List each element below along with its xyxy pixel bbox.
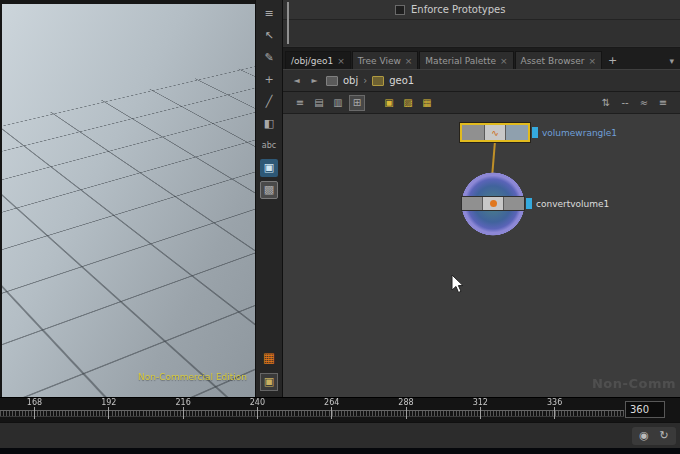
tab-asset-browser[interactable]: Asset Browser× [515, 51, 602, 69]
wrangle-icon: ∿ [485, 125, 506, 140]
node-body[interactable] [462, 197, 524, 210]
pane-tab-bar: /obj/geo1×Tree View×Material Palette×Ass… [283, 48, 680, 69]
node-flag-right[interactable] [504, 197, 524, 210]
node-body[interactable]: ∿ [460, 123, 530, 142]
node-volumewrangle1[interactable]: ∿ volumewrangle1 [460, 123, 617, 142]
network-editor-canvas[interactable]: ∿ volumewrangle1 convertvolume1 [283, 114, 680, 397]
tab-obj-geo1[interactable]: /obj/geo1× [285, 51, 351, 69]
tab-strip: /obj/geo1×Tree View×Material Palette×Ass… [285, 51, 602, 69]
parameters-panel: Enforce Prototypes [283, 0, 680, 48]
tab-close-icon[interactable]: × [405, 56, 413, 66]
pane-handle-icon[interactable]: ≡ [260, 5, 278, 23]
tab-label: /obj/geo1 [291, 56, 333, 66]
snapshot-view-icon[interactable]: ▩ [260, 181, 278, 199]
display-flag[interactable] [532, 127, 538, 138]
badge-visibility-icon[interactable]: ▣ [381, 95, 397, 111]
network-toolbar-left: ≡▤▥⊞▣▨▦ [292, 95, 435, 111]
path-segment-geo1[interactable]: geo1 [389, 75, 414, 86]
enforce-prototypes-row[interactable]: Enforce Prototypes [283, 0, 680, 20]
wire-style-icon[interactable]: ≈ [636, 95, 652, 111]
display-flag[interactable] [526, 198, 532, 209]
node-icon-dot [490, 200, 497, 207]
status-bar: ◉↻ [0, 422, 680, 448]
node-flag-left[interactable] [462, 125, 485, 140]
node-name-label[interactable]: volumewrangle1 [542, 128, 617, 138]
mirror-tool-icon[interactable]: ◧ [260, 115, 278, 133]
right-pane: Enforce Prototypes /obj/geo1×Tree View×M… [283, 0, 680, 397]
new-tab-button[interactable]: + [602, 52, 623, 69]
grid-snap-icon[interactable]: ⊞ [349, 95, 365, 111]
node-flag-right[interactable] [506, 125, 528, 140]
refresh-icon[interactable]: ↻ [656, 429, 672, 443]
list-layout-icon[interactable]: ▤ [311, 95, 327, 111]
timeline-tickband [0, 410, 624, 417]
enforce-prototypes-label: Enforce Prototypes [411, 4, 505, 15]
network-toolbar-right: ⇅--≈≡ [598, 95, 671, 111]
playback-range-end-input[interactable]: 360 [625, 401, 665, 418]
text-tool-icon[interactable]: abc [260, 137, 278, 155]
tab-material-palette[interactable]: Material Palette× [419, 51, 513, 69]
tab-label: Asset Browser [521, 56, 585, 66]
timeline-major-tick: 288 [406, 407, 407, 419]
dive-target-icon[interactable]: ⇅ [598, 95, 614, 111]
timeline-major-tick: 240 [257, 407, 258, 419]
network-menu-icon[interactable]: ≡ [655, 95, 671, 111]
timeline-major-tick: 216 [183, 407, 184, 419]
tab-close-icon[interactable]: × [500, 56, 508, 66]
tab-label: Tree View [358, 56, 401, 66]
timeline-major-tick: 192 [108, 407, 109, 419]
quad-layout-icon[interactable]: ▦ [260, 349, 278, 367]
viewport-grid [0, 38, 255, 397]
network-path-bar: ◄ ► obj › geo1 [283, 69, 680, 92]
viewport-watermark: Non-Commercial Edition [138, 372, 247, 382]
enforce-prototypes-checkbox[interactable] [395, 5, 405, 15]
tab-tree-view[interactable]: Tree View× [352, 51, 419, 69]
shaded-view-icon[interactable]: ▣ [260, 159, 278, 177]
timeline-major-tick: 168 [34, 407, 35, 419]
tab-close-icon[interactable]: × [337, 56, 345, 66]
scene-viewport[interactable]: Non-Commercial Edition [0, 0, 255, 397]
knife-tool-icon[interactable]: ╱ [260, 93, 278, 111]
node-flag-left[interactable] [462, 197, 483, 210]
tab-close-icon[interactable]: × [588, 56, 596, 66]
toolbar-separator [368, 95, 378, 111]
bottom-edge [0, 448, 680, 454]
houdini-window: Non-Commercial Edition ≡↖✎+╱◧abc▣▩ ▦▣ En… [0, 0, 680, 454]
open-in-editor-icon[interactable]: ▨ [400, 95, 416, 111]
timeline-major-tick: 336 [554, 407, 555, 419]
path-segment-obj[interactable]: obj [343, 75, 358, 86]
scrollbar-thumb[interactable] [287, 2, 289, 44]
main-area: Non-Commercial Edition ≡↖✎+╱◧abc▣▩ ▦▣ En… [0, 0, 680, 397]
timeline-ruler[interactable]: 168192216240264288312336 [0, 398, 624, 422]
viewport-camera-icon[interactable]: ▣ [260, 373, 278, 391]
viewport-toolbar-bottom: ▦▣ [260, 349, 278, 397]
column-layout-icon[interactable]: ▥ [330, 95, 346, 111]
geo-node-icon [372, 76, 384, 86]
playbar-timeline: 168192216240264288312336 360 [0, 397, 680, 422]
viewport-right-toolbar: ≡↖✎+╱◧abc▣▩ ▦▣ [255, 0, 283, 397]
paint-brush-icon[interactable]: ✎ [260, 49, 278, 67]
node-name-label[interactable]: convertvolume1 [536, 199, 609, 209]
playbar-buttons: ◉↻ [632, 427, 676, 445]
network-editor-toolbar: ≡▤▥⊞▣▨▦ ⇅--≈≡ [283, 92, 680, 114]
move-handle-icon[interactable]: + [260, 71, 278, 89]
timeline-major-tick: 264 [331, 407, 332, 419]
obj-network-icon [326, 76, 338, 86]
path-separator-icon: › [363, 75, 367, 86]
parameters-empty-row [283, 20, 680, 46]
tab-label: Material Palette [425, 56, 496, 66]
parent-indicator-icon[interactable]: -- [617, 95, 633, 111]
pane-menu-icon[interactable]: ▾ [669, 52, 674, 69]
node-convertvolume1[interactable]: convertvolume1 [462, 197, 609, 210]
timeline-major-tick: 312 [480, 407, 481, 419]
preview-eye-icon[interactable]: ◉ [636, 429, 652, 443]
network-watermark: Non-Comm [592, 376, 676, 391]
convert-icon [483, 197, 504, 210]
select-pointer-icon[interactable]: ↖ [260, 27, 278, 45]
node-wire [283, 114, 680, 397]
node-shape-menu-icon[interactable]: ≡ [292, 95, 308, 111]
bundle-list-icon[interactable]: ▦ [419, 95, 435, 111]
history-forward-icon[interactable]: ► [308, 76, 321, 85]
mouse-cursor [451, 274, 465, 294]
history-back-icon[interactable]: ◄ [290, 76, 303, 85]
